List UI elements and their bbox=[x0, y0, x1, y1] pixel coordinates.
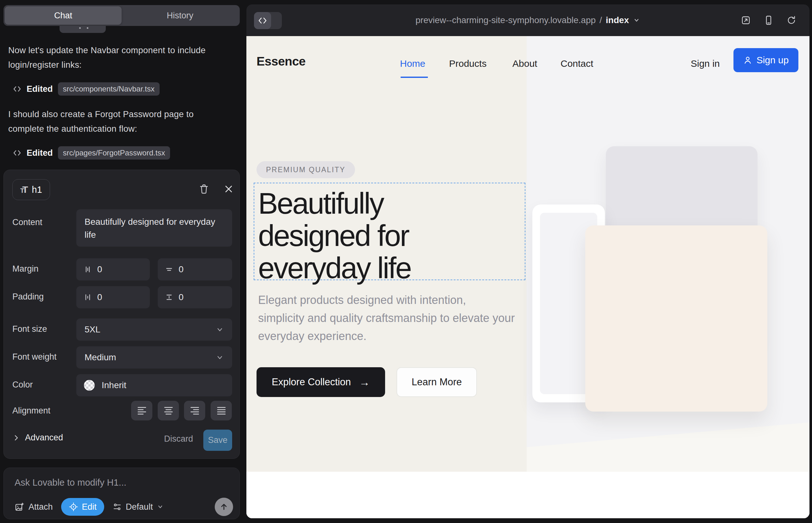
align-center-icon bbox=[163, 405, 174, 416]
font-weight-label: Font weight bbox=[12, 352, 57, 362]
edited-label: Edited bbox=[27, 148, 53, 158]
code-icon bbox=[13, 85, 21, 93]
color-label: Color bbox=[12, 380, 33, 390]
edited-label: Edited bbox=[27, 84, 53, 94]
chat-message: Now let's update the Navbar component to… bbox=[8, 43, 211, 72]
padding-x-input[interactable]: 0 bbox=[76, 286, 150, 308]
active-nav-underline bbox=[401, 77, 428, 78]
edited-file-row: Edited src/components/Navbar.tsx bbox=[13, 82, 160, 96]
discard-button[interactable]: Discard bbox=[164, 434, 193, 444]
align-left-icon bbox=[137, 405, 147, 416]
chat-history-tabbar: Chat History bbox=[3, 5, 240, 26]
sliders-icon bbox=[112, 502, 122, 511]
chevron-down-icon bbox=[216, 353, 224, 362]
mobile-view-button[interactable] bbox=[763, 15, 774, 26]
preview-browser-window: preview--charming-site-symphony.lovable.… bbox=[246, 4, 810, 518]
decorative-card-cream bbox=[585, 226, 767, 412]
tab-history[interactable]: History bbox=[122, 6, 239, 25]
url-bar[interactable]: preview--charming-site-symphony.lovable.… bbox=[246, 4, 810, 36]
alignment-label: Alignment bbox=[12, 406, 50, 416]
color-swatch-transparent bbox=[84, 380, 95, 391]
refresh-button[interactable] bbox=[786, 15, 797, 26]
content-input[interactable]: Beautifully designed for everyday life bbox=[76, 209, 232, 247]
nav-link-products[interactable]: Products bbox=[449, 58, 487, 69]
selected-element-chip[interactable]: TT h1 bbox=[12, 179, 50, 200]
padding-y-input[interactable]: 0 bbox=[158, 286, 232, 308]
font-size-select[interactable]: 5XL bbox=[76, 319, 232, 341]
hero-heading-line: Beautifully bbox=[258, 187, 411, 220]
code-icon bbox=[13, 148, 21, 157]
browser-toolbar: preview--charming-site-symphony.lovable.… bbox=[246, 4, 810, 36]
composer-input[interactable]: Ask Lovable to modify H1... bbox=[15, 477, 126, 488]
sign-in-link[interactable]: Sign in bbox=[691, 58, 720, 69]
explore-collection-label: Explore Collection bbox=[272, 376, 351, 388]
align-right-icon bbox=[189, 405, 200, 416]
color-value: Inherit bbox=[102, 380, 126, 390]
target-icon bbox=[69, 502, 78, 511]
chevron-right-icon bbox=[12, 434, 20, 441]
hero-heading-line: everyday life bbox=[258, 252, 411, 284]
tab-chat[interactable]: Chat bbox=[5, 6, 122, 25]
decorative-diagonal bbox=[527, 419, 810, 472]
font-size-label: Font size bbox=[12, 324, 47, 334]
chat-composer: Ask Lovable to modify H1... Attach Edit bbox=[3, 468, 240, 519]
attach-button[interactable]: Attach bbox=[15, 502, 53, 512]
nav-link-home[interactable]: Home bbox=[400, 58, 425, 69]
app-window: Chat History Now let's update the Navbar… bbox=[0, 0, 812, 523]
margin-y-input[interactable]: 0 bbox=[158, 258, 232, 281]
font-weight-select[interactable]: Medium bbox=[76, 346, 232, 368]
chevron-down-icon[interactable] bbox=[633, 16, 640, 24]
margin-x-input[interactable]: 0 bbox=[76, 258, 150, 281]
close-icon bbox=[224, 184, 233, 194]
content-label: Content bbox=[12, 217, 42, 227]
arrow-right-icon: → bbox=[359, 376, 370, 389]
margin-y-value: 0 bbox=[179, 264, 184, 274]
rendered-site: Essence Home Products About Contact Sign… bbox=[246, 36, 810, 518]
learn-more-button[interactable]: Learn More bbox=[396, 367, 477, 397]
arrow-up-icon bbox=[219, 502, 228, 511]
url-domain: preview--charming-site-symphony.lovable.… bbox=[416, 15, 596, 25]
explore-collection-button[interactable]: Explore Collection → bbox=[257, 367, 385, 397]
element-editor-panel: TT h1 Content Beautifully designed for e… bbox=[3, 170, 240, 459]
align-justify-icon bbox=[216, 405, 227, 416]
sign-up-button[interactable]: Sign up bbox=[734, 48, 798, 72]
trash-icon bbox=[199, 184, 209, 194]
element-tag-label: h1 bbox=[32, 184, 42, 195]
file-chip[interactable]: src/components/Navbar.tsx bbox=[58, 82, 160, 96]
padding-horizontal-icon bbox=[83, 293, 92, 302]
align-left-button[interactable] bbox=[131, 401, 152, 420]
chevron-down-icon bbox=[216, 325, 224, 334]
text-size-icon: TT bbox=[20, 184, 28, 195]
advanced-toggle[interactable]: Advanced bbox=[12, 433, 63, 443]
nav-link-about[interactable]: About bbox=[512, 58, 537, 69]
padding-x-value: 0 bbox=[97, 292, 102, 302]
open-external-button[interactable] bbox=[740, 15, 751, 26]
chevron-down-icon bbox=[157, 503, 164, 510]
send-button[interactable] bbox=[215, 498, 233, 516]
hero-heading[interactable]: Beautifully designed for everyday life bbox=[258, 187, 411, 284]
align-right-button[interactable] bbox=[184, 401, 205, 420]
padding-label: Padding bbox=[12, 292, 44, 302]
chat-sidebar: Chat History Now let's update the Navbar… bbox=[0, 0, 246, 523]
advanced-label: Advanced bbox=[25, 433, 63, 443]
delete-element-button[interactable] bbox=[198, 183, 210, 195]
align-justify-button[interactable] bbox=[211, 401, 232, 420]
edit-mode-button[interactable]: Edit bbox=[61, 498, 105, 516]
margin-horizontal-icon bbox=[83, 265, 92, 274]
color-select[interactable]: Inherit bbox=[76, 374, 232, 396]
url-separator: / bbox=[600, 15, 602, 25]
margin-label: Margin bbox=[12, 264, 39, 274]
hero-description: Elegant products designed with intention… bbox=[258, 291, 515, 345]
font-weight-value: Medium bbox=[85, 353, 116, 362]
close-editor-button[interactable] bbox=[222, 183, 235, 195]
align-center-button[interactable] bbox=[158, 401, 179, 420]
mode-selector[interactable]: Default bbox=[112, 502, 164, 512]
save-button[interactable]: Save bbox=[203, 430, 232, 451]
edit-label: Edit bbox=[82, 502, 97, 512]
font-size-value: 5XL bbox=[85, 325, 100, 335]
quality-badge: PREMIUM QUALITY bbox=[257, 161, 355, 178]
hero-heading-line: designed for bbox=[258, 220, 411, 252]
nav-link-contact[interactable]: Contact bbox=[561, 58, 593, 69]
file-chip[interactable]: src/pages/ForgotPassword.tsx bbox=[58, 146, 170, 160]
site-logo[interactable]: Essence bbox=[257, 54, 306, 68]
